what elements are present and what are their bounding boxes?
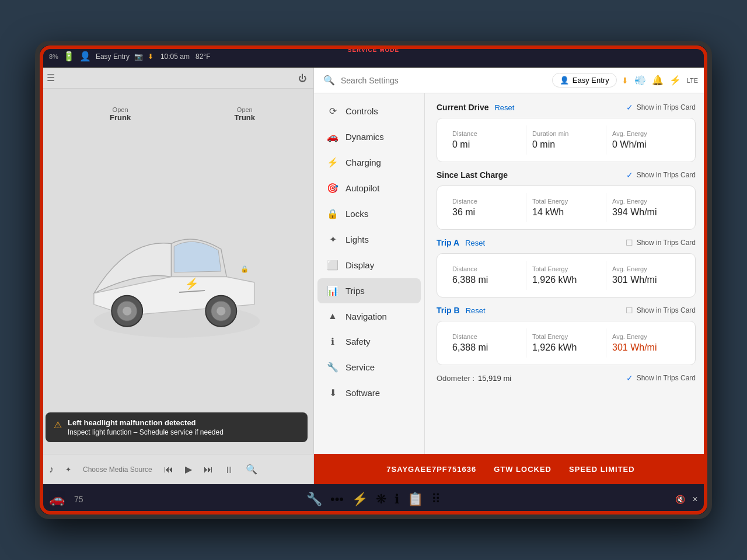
gtw-text: GTW LOCKED (494, 465, 551, 474)
trip-a-header: Trip A Reset ☐ Show in Trips Card (437, 238, 696, 247)
sidebar-item-autopilot-label: Autopilot (345, 183, 379, 193)
wind-icon[interactable]: 💨 (634, 75, 646, 86)
trip-b-reset-btn[interactable]: Reset (466, 306, 486, 315)
bluetooth-taskbar-icon[interactable]: ⚡ (352, 492, 368, 507)
search-media-icon[interactable]: 🔍 (246, 464, 257, 475)
trip-b-show-label: Show in Trips Card (637, 306, 696, 314)
trip-a-show-trips: ☐ Show in Trips Card (626, 238, 696, 247)
trip-a-total-energy-label: Total Energy (532, 265, 600, 272)
odometer-check: ✓ (626, 373, 633, 383)
profile-person-icon: 👤 (560, 76, 569, 85)
current-drive-duration-cell: Duration min 0 min (526, 125, 606, 155)
current-drive-distance-label: Distance (452, 130, 520, 137)
current-drive-reset-btn[interactable]: Reset (494, 103, 514, 112)
power-icon[interactable]: ⏻ (298, 74, 306, 83)
left-panel-top: ☰ ⏻ (40, 68, 313, 89)
clipboard-taskbar-icon[interactable]: 📋 (407, 492, 423, 507)
odometer-value: 15,919 mi (478, 374, 511, 383)
sidebar-item-locks[interactable]: 🔒 Locks (317, 201, 421, 226)
settings-nav: ⟳ Controls 🚗 Dynamics ⚡ Charging 🎯 Autop… (314, 93, 425, 454)
media-bar: ♪ ✦ Choose Media Source ⏮ ▶ ⏭ ⫼ 🔍 (40, 454, 313, 484)
trip-a-check: ☐ (626, 238, 633, 247)
sidebar-item-service[interactable]: 🔧 Service (317, 355, 421, 380)
sidebar-item-safety[interactable]: ℹ Safety (317, 329, 421, 354)
sidebar-item-trips[interactable]: 📊 Trips (317, 278, 421, 303)
sidebar-item-dynamics[interactable]: 🚗 Dynamics (317, 124, 421, 149)
since-last-charge-avg-energy-value: 394 Wh/mi (612, 207, 680, 218)
current-drive-energy-cell: Avg. Energy 0 Wh/mi (606, 125, 686, 155)
flower-taskbar-icon[interactable]: ❋ (376, 492, 386, 507)
trip-b-title: Trip B (437, 306, 460, 315)
wrench-taskbar-icon[interactable]: 🔧 (306, 492, 322, 507)
svg-text:🔒: 🔒 (240, 265, 249, 273)
speed-limited-text: SPEED LIMITED (569, 465, 635, 474)
bluetooth-media-icon: ✦ (65, 466, 71, 474)
bell-icon[interactable]: 🔔 (652, 75, 664, 86)
trip-b-header: Trip B Reset ☐ Show in Trips Card (437, 306, 696, 315)
current-drive-duration-label: Duration min (532, 130, 600, 137)
safety-icon: ℹ (327, 336, 338, 347)
trip-b-stats-row: Distance 6,388 mi Total Energy 1,926 kWh… (446, 328, 686, 358)
trip-b-distance-cell: Distance 6,388 mi (446, 328, 526, 358)
since-last-charge-energy-cell: Total Energy 14 kWh (526, 193, 606, 222)
trip-a-avg-energy-cell: Avg. Energy 301 Wh/mi (606, 261, 686, 290)
trip-a-show-label: Show in Trips Card (637, 239, 696, 247)
navigation-icon: ▲ (327, 311, 338, 321)
search-input[interactable] (341, 76, 546, 85)
alert-text: Left headlight malfunction detected Insp… (68, 418, 224, 436)
car-area: Open Frunk Open Trunk (40, 89, 313, 454)
header-icons: ⬇ 💨 🔔 ⚡ LTE (622, 75, 698, 86)
since-last-charge-distance-value: 36 mi (452, 207, 520, 218)
prev-track-icon[interactable]: ⏮ (164, 464, 173, 475)
status-left: 8% 🔋 👤 Easy Entry 📷 ⬇ (49, 51, 153, 62)
sidebar-item-autopilot[interactable]: 🎯 Autopilot (317, 176, 421, 201)
search-icon: 🔍 (323, 75, 335, 86)
current-drive-title: Current Drive (437, 103, 488, 112)
volume-icon[interactable]: 🔇 (675, 495, 685, 504)
display-icon: ⬜ (327, 260, 338, 271)
next-track-icon[interactable]: ⏭ (204, 464, 213, 475)
equalizer-icon[interactable]: ⫼ (225, 464, 234, 475)
info-taskbar-icon[interactable]: ℹ (395, 492, 399, 507)
dots-taskbar-icon[interactable]: ••• (330, 492, 344, 507)
svg-text:⚡: ⚡ (185, 277, 199, 290)
vin-text: 7SAYGAEE7PF751636 (386, 465, 476, 474)
car-taskbar-icon[interactable]: 🚗 (49, 492, 65, 507)
download-icon[interactable]: ⬇ (622, 76, 629, 85)
taskbar-right: 🔇 ✕ (675, 495, 698, 504)
sidebar-item-navigation[interactable]: ▲ Navigation (317, 304, 421, 328)
sidebar-item-dynamics-label: Dynamics (345, 132, 384, 142)
bluetooth-icon[interactable]: ⚡ (669, 75, 681, 86)
menu-icon[interactable]: ☰ (47, 72, 55, 83)
trips-content: Current Drive Reset ✓ Show in Trips Card… (425, 93, 707, 454)
close-icon[interactable]: ✕ (692, 495, 698, 503)
current-drive-distance-cell: Distance 0 mi (446, 125, 526, 155)
dots2-taskbar-icon[interactable]: ⠿ (431, 492, 441, 507)
trip-a-reset-btn[interactable]: Reset (465, 239, 485, 247)
current-drive-energy-label: Avg. Energy (612, 130, 680, 137)
signal-icon: LTE (687, 77, 698, 84)
sidebar-item-trips-label: Trips (345, 286, 365, 296)
settings-body: ⟳ Controls 🚗 Dynamics ⚡ Charging 🎯 Autop… (314, 93, 707, 454)
current-drive-check: ✓ (626, 103, 633, 112)
sidebar-item-controls-label: Controls (345, 106, 378, 116)
current-drive-stats-row: Distance 0 mi Duration min 0 min Avg. En… (446, 125, 686, 155)
since-last-charge-distance-label: Distance (452, 198, 520, 205)
play-icon[interactable]: ▶ (185, 464, 192, 475)
taskbar-center: 🔧 ••• ⚡ ❋ ℹ 📋 ⠿ (306, 492, 441, 507)
tablet-frame: SERVICE MODE 8% 🔋 👤 Easy Entry 📷 ⬇ 10:05… (35, 41, 712, 519)
search-bar: 🔍 👤 Easy Entry ⬇ 💨 🔔 ⚡ LTE (314, 68, 707, 93)
lights-icon: ✦ (327, 234, 338, 245)
sidebar-item-controls[interactable]: ⟳ Controls (317, 99, 421, 124)
sidebar-item-software-label: Software (345, 388, 380, 398)
sidebar-item-software[interactable]: ⬇ Software (317, 380, 421, 405)
trip-b-avg-energy-label: Avg. Energy (612, 333, 680, 340)
odometer-label: Odometer : (437, 374, 474, 383)
sidebar-item-charging[interactable]: ⚡ Charging (317, 150, 421, 175)
media-source-text[interactable]: Choose Media Source (83, 466, 152, 474)
sidebar-item-display[interactable]: ⬜ Display (317, 253, 421, 278)
since-last-charge-avg-energy-cell: Avg. Energy 394 Wh/mi (606, 193, 686, 222)
sidebar-item-lights[interactable]: ✦ Lights (317, 227, 421, 252)
autopilot-icon: 🎯 (327, 183, 338, 194)
profile-chip[interactable]: 👤 Easy Entry (552, 73, 617, 88)
